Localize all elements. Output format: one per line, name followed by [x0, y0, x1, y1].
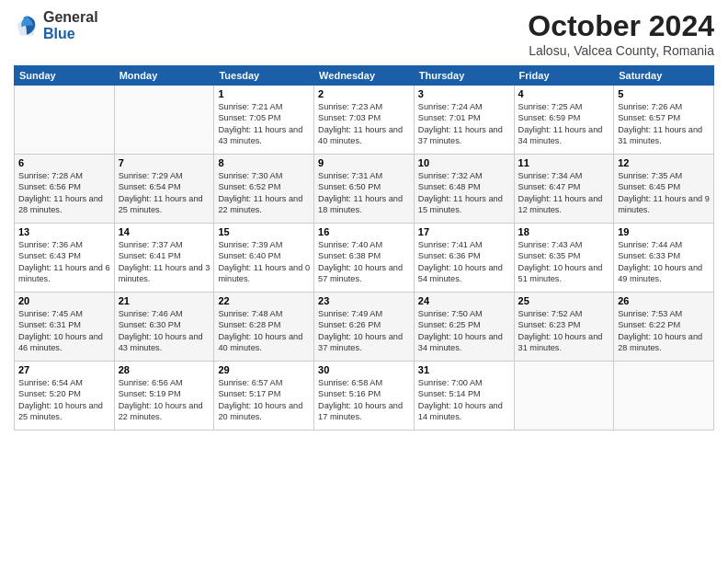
day-number: 6: [18, 157, 110, 168]
day-number: 17: [418, 226, 510, 237]
calendar-cell: 14Sunrise: 7:37 AMSunset: 6:41 PMDayligh…: [114, 224, 214, 293]
day-info: Sunrise: 7:50 AMSunset: 6:25 PMDaylight:…: [418, 308, 510, 354]
calendar-cell: 30Sunrise: 6:58 AMSunset: 5:16 PMDayligh…: [314, 362, 415, 431]
day-info: Sunrise: 7:41 AMSunset: 6:36 PMDaylight:…: [418, 239, 510, 285]
day-info: Sunrise: 7:44 AMSunset: 6:33 PMDaylight:…: [618, 239, 710, 285]
day-info: Sunrise: 7:34 AMSunset: 6:47 PMDaylight:…: [518, 170, 610, 216]
calendar-cell: 13Sunrise: 7:36 AMSunset: 6:43 PMDayligh…: [15, 224, 115, 293]
calendar-cell: 24Sunrise: 7:50 AMSunset: 6:25 PMDayligh…: [414, 293, 514, 362]
calendar-cell: 8Sunrise: 7:30 AMSunset: 6:52 PMDaylight…: [214, 155, 314, 224]
day-number: 14: [119, 226, 210, 237]
day-number: 7: [119, 157, 210, 168]
day-info: Sunrise: 7:32 AMSunset: 6:48 PMDaylight:…: [418, 170, 510, 216]
day-info: Sunrise: 7:52 AMSunset: 6:23 PMDaylight:…: [518, 308, 610, 354]
day-number: 29: [218, 364, 310, 375]
day-number: 5: [618, 88, 710, 99]
weekday-header: Monday: [114, 66, 214, 86]
day-number: 11: [518, 157, 610, 168]
logo-icon: [14, 13, 40, 39]
day-number: 24: [418, 295, 510, 306]
calendar-cell: 22Sunrise: 7:48 AMSunset: 6:28 PMDayligh…: [214, 293, 314, 362]
logo: General Blue: [14, 9, 98, 41]
weekday-header: Friday: [514, 66, 614, 86]
calendar-cell: 21Sunrise: 7:46 AMSunset: 6:30 PMDayligh…: [114, 293, 214, 362]
calendar-cell: 28Sunrise: 6:56 AMSunset: 5:19 PMDayligh…: [114, 362, 214, 431]
day-info: Sunrise: 7:28 AMSunset: 6:56 PMDaylight:…: [18, 170, 110, 216]
day-info: Sunrise: 7:29 AMSunset: 6:54 PMDaylight:…: [119, 170, 210, 216]
day-info: Sunrise: 7:31 AMSunset: 6:50 PMDaylight:…: [318, 170, 410, 216]
calendar-cell: 7Sunrise: 7:29 AMSunset: 6:54 PMDaylight…: [114, 155, 214, 224]
day-number: 16: [318, 226, 410, 237]
day-number: 8: [218, 157, 310, 168]
calendar-cell: 18Sunrise: 7:43 AMSunset: 6:35 PMDayligh…: [514, 224, 614, 293]
weekday-header: Thursday: [414, 66, 514, 86]
page-header: General Blue October 2024 Lalosu, Valcea…: [14, 9, 714, 58]
calendar-cell: [114, 86, 214, 155]
page-container: General Blue October 2024 Lalosu, Valcea…: [0, 0, 728, 440]
day-number: 20: [18, 295, 110, 306]
day-info: Sunrise: 7:21 AMSunset: 7:05 PMDaylight:…: [218, 101, 310, 147]
month-title: October 2024: [528, 9, 714, 43]
day-info: Sunrise: 7:53 AMSunset: 6:22 PMDaylight:…: [618, 308, 710, 354]
day-number: 30: [318, 364, 410, 375]
calendar-cell: 10Sunrise: 7:32 AMSunset: 6:48 PMDayligh…: [414, 155, 514, 224]
calendar-cell: [614, 362, 714, 431]
day-number: 25: [518, 295, 610, 306]
calendar-cell: 23Sunrise: 7:49 AMSunset: 6:26 PMDayligh…: [314, 293, 415, 362]
day-info: Sunrise: 7:00 AMSunset: 5:14 PMDaylight:…: [418, 377, 510, 423]
calendar-table: SundayMondayTuesdayWednesdayThursdayFrid…: [14, 65, 714, 431]
day-number: 4: [518, 88, 610, 99]
logo-blue: Blue: [43, 26, 98, 42]
logo-text: General Blue: [43, 9, 98, 41]
day-info: Sunrise: 6:58 AMSunset: 5:16 PMDaylight:…: [318, 377, 410, 423]
day-info: Sunrise: 7:25 AMSunset: 6:59 PMDaylight:…: [518, 101, 610, 147]
calendar-cell: 15Sunrise: 7:39 AMSunset: 6:40 PMDayligh…: [214, 224, 314, 293]
calendar-cell: 12Sunrise: 7:35 AMSunset: 6:45 PMDayligh…: [614, 155, 714, 224]
calendar-cell: 27Sunrise: 6:54 AMSunset: 5:20 PMDayligh…: [15, 362, 115, 431]
day-number: 15: [218, 226, 310, 237]
calendar-header-row: SundayMondayTuesdayWednesdayThursdayFrid…: [15, 66, 714, 86]
day-info: Sunrise: 7:23 AMSunset: 7:03 PMDaylight:…: [318, 101, 410, 147]
calendar-cell: 4Sunrise: 7:25 AMSunset: 6:59 PMDaylight…: [514, 86, 614, 155]
day-info: Sunrise: 7:36 AMSunset: 6:43 PMDaylight:…: [18, 239, 110, 285]
calendar-cell: 11Sunrise: 7:34 AMSunset: 6:47 PMDayligh…: [514, 155, 614, 224]
calendar-cell: 26Sunrise: 7:53 AMSunset: 6:22 PMDayligh…: [614, 293, 714, 362]
calendar-cell: [15, 86, 115, 155]
day-number: 9: [318, 157, 410, 168]
day-info: Sunrise: 7:40 AMSunset: 6:38 PMDaylight:…: [318, 239, 410, 285]
calendar-week-row: 20Sunrise: 7:45 AMSunset: 6:31 PMDayligh…: [15, 293, 714, 362]
logo-general: General: [43, 9, 98, 26]
calendar-cell: 17Sunrise: 7:41 AMSunset: 6:36 PMDayligh…: [414, 224, 514, 293]
day-number: 18: [518, 226, 610, 237]
weekday-header: Wednesday: [314, 66, 415, 86]
calendar-week-row: 6Sunrise: 7:28 AMSunset: 6:56 PMDaylight…: [15, 155, 714, 224]
day-number: 31: [418, 364, 510, 375]
day-number: 28: [119, 364, 210, 375]
calendar-cell: 1Sunrise: 7:21 AMSunset: 7:05 PMDaylight…: [214, 86, 314, 155]
calendar-week-row: 27Sunrise: 6:54 AMSunset: 5:20 PMDayligh…: [15, 362, 714, 431]
day-number: 22: [218, 295, 310, 306]
calendar-week-row: 13Sunrise: 7:36 AMSunset: 6:43 PMDayligh…: [15, 224, 714, 293]
day-number: 12: [618, 157, 710, 168]
day-info: Sunrise: 7:24 AMSunset: 7:01 PMDaylight:…: [418, 101, 510, 147]
calendar-cell: 3Sunrise: 7:24 AMSunset: 7:01 PMDaylight…: [414, 86, 514, 155]
calendar-cell: 20Sunrise: 7:45 AMSunset: 6:31 PMDayligh…: [15, 293, 115, 362]
day-number: 21: [119, 295, 210, 306]
calendar-cell: 16Sunrise: 7:40 AMSunset: 6:38 PMDayligh…: [314, 224, 415, 293]
day-number: 13: [18, 226, 110, 237]
day-number: 3: [418, 88, 510, 99]
day-info: Sunrise: 7:37 AMSunset: 6:41 PMDaylight:…: [119, 239, 210, 285]
title-area: October 2024 Lalosu, Valcea County, Roma…: [528, 9, 714, 58]
calendar-cell: 19Sunrise: 7:44 AMSunset: 6:33 PMDayligh…: [614, 224, 714, 293]
weekday-header: Tuesday: [214, 66, 314, 86]
calendar-cell: 2Sunrise: 7:23 AMSunset: 7:03 PMDaylight…: [314, 86, 415, 155]
calendar-cell: 9Sunrise: 7:31 AMSunset: 6:50 PMDaylight…: [314, 155, 415, 224]
calendar-week-row: 1Sunrise: 7:21 AMSunset: 7:05 PMDaylight…: [15, 86, 714, 155]
day-number: 1: [218, 88, 310, 99]
day-info: Sunrise: 7:45 AMSunset: 6:31 PMDaylight:…: [18, 308, 110, 354]
day-info: Sunrise: 7:35 AMSunset: 6:45 PMDaylight:…: [618, 170, 710, 216]
day-info: Sunrise: 7:48 AMSunset: 6:28 PMDaylight:…: [218, 308, 310, 354]
calendar-cell: 5Sunrise: 7:26 AMSunset: 6:57 PMDaylight…: [614, 86, 714, 155]
calendar-cell: [514, 362, 614, 431]
day-number: 10: [418, 157, 510, 168]
